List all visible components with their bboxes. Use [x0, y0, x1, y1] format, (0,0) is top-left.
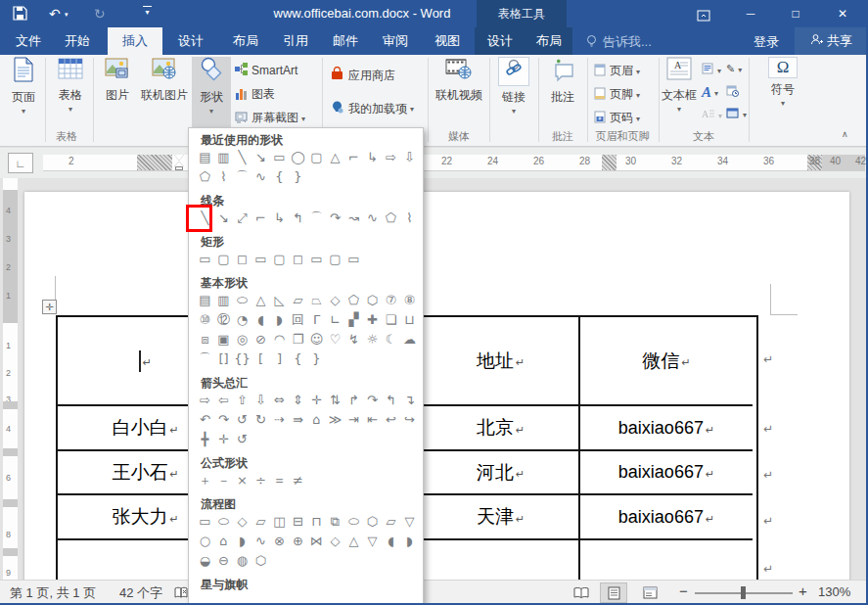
shape-item[interactable]: ◔	[233, 310, 251, 330]
shape-item[interactable]: ▭	[196, 250, 214, 269]
shape-item[interactable]: ▭	[251, 250, 270, 269]
shape-item[interactable]: ◇	[326, 532, 344, 551]
shape-item[interactable]: }	[289, 167, 307, 187]
shape-item[interactable]: ↰	[289, 209, 307, 228]
shape-item[interactable]: ◒	[196, 551, 214, 571]
shape-item[interactable]: ＋	[196, 471, 214, 490]
shape-item[interactable]: ↶	[196, 410, 214, 430]
shape-item[interactable]: ∿	[251, 532, 270, 551]
close-button[interactable]: ✕	[830, 0, 855, 27]
page-number-button[interactable]: # 页码 ▾	[594, 110, 640, 126]
shape-item[interactable]: ✚	[363, 310, 382, 330]
shape-item[interactable]: ⑫	[214, 310, 233, 330]
tab-selector[interactable]: ∟	[8, 153, 33, 173]
shape-item[interactable]: [	[251, 349, 270, 369]
shape-item[interactable]: {}	[233, 349, 251, 369]
shape-item[interactable]: ◗	[233, 532, 251, 551]
shape-item[interactable]: △	[251, 291, 270, 310]
shape-item[interactable]: ⇢	[270, 410, 289, 430]
shape-item[interactable]: ▢	[307, 148, 326, 167]
shape-item[interactable]: ⊖	[214, 551, 233, 571]
ribbon-display-options-icon[interactable]	[697, 8, 710, 25]
horizontal-ruler-left[interactable]: 2	[43, 155, 188, 170]
minimize-button[interactable]: ─	[738, 0, 763, 27]
shape-item[interactable]: ⊔	[400, 310, 419, 330]
shape-item[interactable]: ⇨	[382, 148, 400, 167]
zoom-out-button[interactable]: −	[679, 582, 688, 599]
shape-item[interactable]: ⇔	[270, 391, 289, 410]
share-button[interactable]: 共享	[795, 27, 868, 55]
web-layout-button[interactable]	[636, 582, 663, 603]
table-cell[interactable]	[423, 540, 580, 580]
shape-item[interactable]: ⇦	[214, 391, 233, 410]
shape-item[interactable]: ◯	[289, 148, 307, 167]
tab-file[interactable]: 文件	[6, 27, 51, 55]
shape-item[interactable]: ∿	[363, 209, 382, 228]
link-button[interactable]: 链接 ▾	[492, 57, 535, 116]
tab-table-layout[interactable]: 布局	[526, 27, 571, 55]
shape-item[interactable]: ▞	[344, 310, 363, 330]
shape-item[interactable]: ▥	[214, 148, 233, 167]
shape-item[interactable]: ◫	[270, 512, 289, 532]
zoom-in-button[interactable]: +	[799, 582, 807, 599]
shape-item[interactable]: △	[344, 532, 363, 551]
shape-item[interactable]: ▱	[251, 512, 270, 532]
shape-item[interactable]: ❐	[289, 330, 307, 349]
online-video-button[interactable]: 联机视频	[432, 57, 486, 104]
shape-item[interactable]: ⏢	[307, 291, 326, 310]
redo-button[interactable]: ↻	[94, 0, 106, 27]
shape-item[interactable]: ⧈	[196, 330, 214, 349]
vertical-ruler[interactable]: 43211234689	[3, 178, 18, 580]
shape-item[interactable]: ↺	[233, 430, 251, 449]
shape-item[interactable]: ◇	[326, 291, 344, 310]
shape-item[interactable]: ↯	[344, 330, 363, 349]
shape-item[interactable]: ⇨	[196, 391, 214, 410]
left-indent-marker[interactable]	[175, 166, 183, 170]
shape-item[interactable]: ↘	[251, 148, 270, 167]
document-area[interactable]: ✛ ↵ ↵ 地址 ↵ 微信 ↵ 白小	[0, 178, 868, 580]
shape-item[interactable]: ⊗	[270, 532, 289, 551]
shape-item[interactable]: ⇅	[326, 391, 344, 410]
shape-item[interactable]: ▢	[270, 250, 289, 269]
shape-item[interactable]: ◖	[251, 310, 270, 330]
shape-item[interactable]: ⇕	[289, 391, 307, 410]
tab-references[interactable]: 引用	[273, 27, 318, 55]
shape-item[interactable]: ]	[270, 349, 289, 369]
shape-item[interactable]: Γ	[307, 310, 326, 330]
shape-item[interactable]: ⊓	[307, 512, 326, 532]
pictures-button[interactable]: 图片	[97, 57, 138, 104]
undo-button[interactable]: ↶	[49, 0, 61, 27]
shapes-button[interactable]: 形状 ▾	[192, 57, 231, 127]
shape-item[interactable]: ↴	[400, 391, 419, 410]
shape-item[interactable]: ♡	[326, 330, 344, 349]
shape-item[interactable]: －	[214, 471, 233, 490]
shape-item[interactable]: ◺	[270, 291, 289, 310]
shape-item[interactable]: ☾	[382, 330, 400, 349]
shape-item[interactable]: ⑩	[196, 310, 214, 330]
my-addins-button[interactable]: 我的加载项 ▾	[330, 100, 414, 117]
shape-item[interactable]: ⬠	[344, 291, 363, 310]
shape-item[interactable]: ▤	[196, 148, 214, 167]
shape-item[interactable]: ⬡	[251, 551, 270, 571]
tab-mailings[interactable]: 邮件	[323, 27, 368, 55]
table-move-handle[interactable]: ✛	[42, 300, 57, 314]
table-cell[interactable]: baixiao667↵	[580, 451, 753, 495]
shape-item[interactable]: ╋	[196, 430, 214, 449]
tab-review[interactable]: 审阅	[373, 27, 418, 55]
shape-item[interactable]: ▽	[400, 512, 419, 532]
shape-item[interactable]: ↷	[363, 391, 382, 410]
shape-item[interactable]: ⌒	[196, 349, 214, 369]
shape-item[interactable]: ↝	[344, 209, 363, 228]
shape-item[interactable]: ↺	[233, 410, 251, 430]
shape-item[interactable]: ⇥	[344, 410, 363, 430]
shape-item[interactable]: ▭	[196, 512, 214, 532]
symbol-button[interactable]: Ω 符号 ▾	[759, 57, 806, 108]
shape-item[interactable]: ⇧	[233, 391, 251, 410]
shape-item[interactable]: ⌒	[307, 209, 326, 228]
drop-cap-button[interactable]: A ▾	[702, 108, 722, 122]
save-icon[interactable]	[13, 6, 27, 24]
store-button[interactable]: 应用商店	[330, 67, 395, 84]
shape-item[interactable]: ✛	[214, 430, 233, 449]
undo-dropdown-icon[interactable]: ▾	[65, 11, 69, 19]
table-cell[interactable]: baixiao667↵	[580, 406, 753, 451]
